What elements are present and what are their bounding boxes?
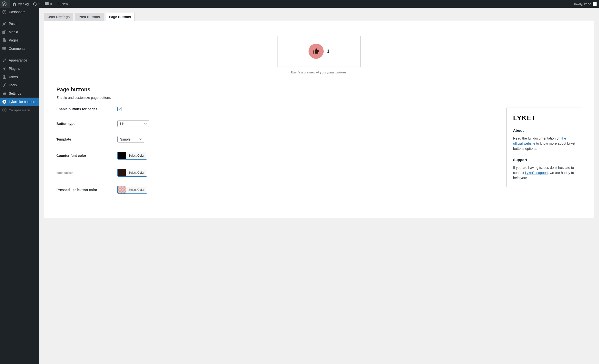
sidebar-item-media[interactable]: Media [0, 28, 39, 36]
icon-color-label: Icon color [56, 171, 117, 175]
support-text: If you are having issues don't hesitate … [513, 165, 576, 181]
collapse-label: Collapse menu [9, 108, 30, 112]
enable-label: Enable buttons for pages [56, 107, 117, 111]
sidebar-item-label: Settings [9, 91, 21, 95]
comments-adminbar-count: 0 [50, 2, 52, 6]
sidebar-item-settings[interactable]: Settings [0, 89, 39, 98]
tab-user-settings[interactable]: User Settings [44, 13, 73, 21]
sidebar-item-label: Tools [9, 83, 17, 87]
support-heading: Support [513, 158, 576, 162]
sidebar-item-label: Comments [9, 47, 25, 51]
sidebar-item-users[interactable]: Users [0, 73, 39, 81]
about-text: Read the full documentation on the offic… [513, 136, 576, 151]
admin-menu: Dashboard Posts Media Pages Comments App… [0, 8, 39, 223]
sidebar-item-appearance[interactable]: Appearance [0, 56, 39, 64]
brush-icon [2, 58, 7, 63]
page-desc: Enable and customize page buttons [56, 96, 213, 100]
enable-checkbox[interactable] [117, 107, 122, 111]
updates-count: 3 [39, 2, 40, 6]
counter-color-label: Counter font color [56, 154, 117, 158]
dashboard-icon [2, 10, 7, 14]
comment-icon [2, 46, 7, 51]
icon-color-picker[interactable]: Select Color [117, 169, 147, 177]
button-type-select[interactable]: Like [117, 121, 149, 127]
tab-page-buttons[interactable]: Page Buttons [105, 13, 134, 21]
sidebar-item-label: Media [9, 30, 18, 34]
collapse-icon [2, 108, 7, 112]
plug-icon [2, 66, 7, 71]
tab-post-buttons[interactable]: Post Buttons [75, 13, 103, 21]
template-label: Template [56, 137, 117, 141]
user-account[interactable]: Howdy, Irene [570, 0, 599, 8]
counter-color-picker[interactable]: Select Color [117, 152, 147, 160]
updates[interactable]: 3 [31, 0, 42, 8]
refresh-icon [33, 1, 38, 6]
color-swatch [118, 152, 126, 159]
lyket-support-link[interactable]: Lyket's support [525, 171, 548, 175]
pressed-color-label: Pressed like button color [56, 188, 117, 192]
lyket-sidebar: LYKET About Read the full documentation … [506, 108, 582, 187]
preview-count: 1 [327, 49, 330, 54]
lyket-icon [2, 99, 7, 104]
new-content-label: New [62, 2, 68, 6]
user-icon [2, 74, 7, 79]
pressed-color-picker[interactable]: Select Color [117, 186, 147, 194]
sidebar-item-dashboard[interactable]: Dashboard [0, 8, 39, 16]
media-icon [2, 30, 7, 34]
site-name-label: My blog [18, 2, 29, 6]
about-heading: About [513, 128, 576, 132]
sidebar-item-comments[interactable]: Comments [0, 44, 39, 53]
select-color-button[interactable]: Select Color [126, 170, 147, 176]
pin-icon [2, 21, 7, 26]
color-swatch [118, 169, 126, 176]
wp-logo[interactable] [0, 0, 10, 8]
lyket-logo: LYKET [513, 114, 576, 122]
select-color-button[interactable]: Select Color [126, 187, 147, 193]
sidebar-item-label: Users [9, 75, 18, 79]
sidebar-item-lyket[interactable]: Lyket like buttons [0, 98, 39, 106]
comment-icon [44, 1, 49, 6]
sidebar-item-label: Posts [9, 22, 17, 26]
comments-adminbar[interactable]: 0 [42, 0, 54, 8]
sidebar-item-label: Plugins [9, 67, 20, 71]
sidebar-item-label: Pages [9, 38, 19, 42]
sidebar-item-posts[interactable]: Posts [0, 20, 39, 28]
check-icon [118, 107, 121, 111]
howdy-text: Howdy, Irene [573, 2, 591, 6]
page-icon [2, 38, 7, 43]
sliders-icon [2, 91, 7, 96]
sidebar-item-label: Dashboard [9, 10, 26, 14]
wrench-icon [2, 83, 7, 88]
site-name[interactable]: My blog [10, 0, 31, 8]
color-swatch [118, 186, 126, 193]
sidebar-item-plugins[interactable]: Plugins [0, 64, 39, 73]
page-heading: Page buttons [56, 86, 213, 93]
thumbs-up-icon [313, 48, 319, 54]
plus-icon [56, 1, 61, 6]
nav-tabs: User Settings Post Buttons Page Buttons [44, 13, 594, 21]
tab-content: 1 This is a preview of your page buttons… [44, 21, 594, 218]
template-select[interactable]: Simple [117, 136, 144, 142]
new-content[interactable]: New [54, 0, 70, 8]
svg-point-1 [2, 108, 6, 112]
avatar [593, 2, 597, 6]
sidebar-item-pages[interactable]: Pages [0, 36, 39, 44]
collapse-menu[interactable]: Collapse menu [0, 106, 39, 114]
admin-bar: My blog 3 0 New Howdy, Irene [0, 0, 599, 8]
preview-caption: This is a preview of your page buttons. [49, 71, 589, 74]
sidebar-item-label: Appearance [9, 58, 27, 62]
sidebar-item-tools[interactable]: Tools [0, 81, 39, 89]
sidebar-item-label: Lyket like buttons [9, 100, 35, 104]
preview-box: 1 [278, 36, 361, 67]
like-button-preview[interactable] [309, 44, 324, 59]
home-icon [12, 1, 17, 6]
button-type-label: Button type [56, 122, 117, 126]
select-color-button[interactable]: Select Color [126, 152, 147, 159]
